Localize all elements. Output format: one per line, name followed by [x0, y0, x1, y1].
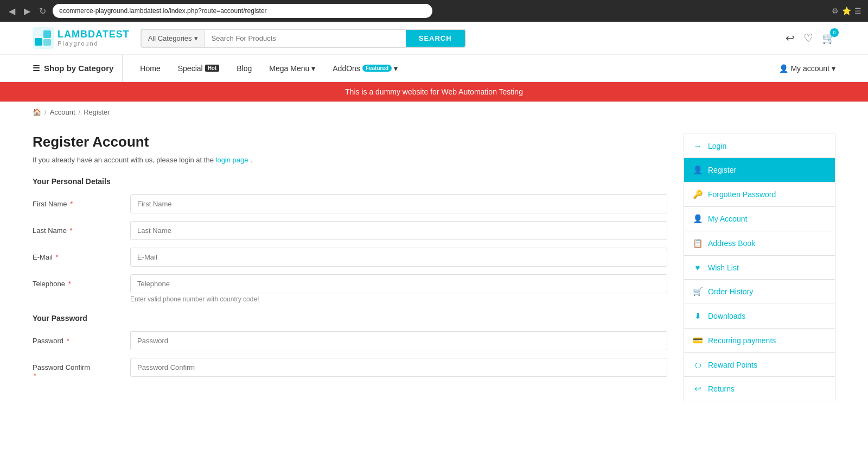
sidebar-order-history-label: Order History [708, 287, 753, 296]
telephone-label: Telephone * [33, 274, 130, 288]
password-label: Password * [33, 331, 130, 345]
telephone-required: * [68, 280, 71, 288]
nav-blog[interactable]: Blog [228, 55, 260, 81]
nav-addons[interactable]: AddOns Featured ▾ [324, 55, 406, 81]
telephone-group: Telephone * Enter valid phone number wit… [33, 274, 667, 303]
breadcrumb-sep-2: / [79, 108, 81, 116]
search-button[interactable]: SEARCH [406, 30, 465, 47]
account-chevron: ▾ [832, 64, 835, 73]
login-icon: → [693, 141, 703, 150]
cart-badge: 0 [830, 28, 839, 37]
breadcrumb-register: Register [84, 108, 110, 116]
email-label: E-Mail * [33, 248, 130, 261]
key-icon: 🔑 [693, 190, 703, 199]
register-form-section: Register Account If you already have an … [33, 134, 667, 387]
password-confirm-input[interactable] [130, 358, 667, 377]
addons-chevron: ▾ [394, 64, 398, 73]
heart-sidebar-icon: ♥ [693, 263, 703, 272]
site-header: LAMBDATEST Playground All Categories ▾ S… [0, 22, 868, 55]
sidebar-register-label: Register [708, 166, 736, 174]
sidebar-item-register[interactable]: 👤 Register [684, 158, 835, 182]
first-name-required: * [70, 200, 73, 208]
logo[interactable]: LAMBDATEST Playground [33, 27, 130, 49]
browser-url-bar[interactable]: ecommerce-playground.lambdatest.io/index… [53, 4, 432, 18]
extension-icon-2: ⭐ [842, 7, 851, 15]
returns-icon: ↩ [693, 384, 703, 394]
nav-my-account[interactable]: 👤 My account ▾ [779, 64, 835, 73]
sidebar-address-book-label: Address Book [708, 239, 755, 248]
logo-icon [33, 27, 54, 49]
nav-mega-menu[interactable]: Mega Menu ▾ [260, 55, 324, 81]
nav-home[interactable]: Home [131, 55, 169, 81]
account-icon: 👤 [779, 64, 788, 73]
sidebar-item-my-account[interactable]: 👤 My Account [684, 207, 835, 231]
extension-icon-3: ☰ [854, 7, 861, 15]
sidebar-forgotten-label: Forgotten Password [708, 190, 776, 199]
breadcrumb: 🏠 / Account / Register [0, 102, 868, 123]
email-input-wrap [130, 248, 667, 267]
email-input[interactable] [130, 248, 667, 267]
search-input[interactable] [205, 30, 406, 47]
svg-rect-2 [43, 30, 51, 38]
page-wrapper: LAMBDATEST Playground All Categories ▾ S… [0, 22, 868, 473]
login-page-link[interactable]: login page [216, 156, 251, 164]
sidebar-item-reward-points[interactable]: ⭮ Reward Points [684, 353, 835, 377]
breadcrumb-home[interactable]: 🏠 [33, 108, 41, 116]
hot-badge: Hot [205, 65, 220, 72]
last-name-input[interactable] [130, 221, 667, 240]
sidebar-returns-label: Returns [708, 384, 735, 393]
hamburger-icon: ☰ [33, 64, 40, 73]
red-banner: This is a dummy website for Web Automati… [0, 82, 868, 102]
sidebar-item-downloads[interactable]: ⬇ Downloads [684, 304, 835, 329]
category-dropdown[interactable]: All Categories ▾ [142, 30, 205, 47]
sidebar-item-recurring-payments[interactable]: 💳 Recurring payments [684, 329, 835, 353]
breadcrumb-account[interactable]: Account [50, 108, 75, 116]
sidebar-item-wish-list[interactable]: ♥ Wish List [684, 256, 835, 280]
heart-icon: ♡ [803, 32, 813, 44]
password-group: Password * [33, 331, 667, 350]
password-confirm-group: Password Confirm * [33, 358, 667, 380]
browser-reload-btn[interactable]: ↻ [37, 4, 48, 18]
extension-icon-1: ⚙ [832, 7, 839, 15]
sidebar-item-returns[interactable]: ↩ Returns [684, 377, 835, 401]
sidebar-item-address-book[interactable]: 📋 Address Book [684, 231, 835, 256]
svg-rect-3 [43, 39, 51, 46]
cart-btn[interactable]: 🛒 0 [822, 31, 835, 45]
sidebar-downloads-label: Downloads [708, 312, 745, 320]
last-name-input-wrap [130, 221, 667, 240]
browser-chrome: ◀ ▶ ↻ ecommerce-playground.lambdatest.io… [0, 0, 868, 22]
sidebar-my-account-label: My Account [708, 215, 747, 223]
shop-by-category[interactable]: ☰ Shop by Category [33, 55, 123, 81]
nav-links: Home Special Hot Blog Mega Menu ▾ AddOns… [131, 55, 406, 81]
page-title: Register Account [33, 134, 667, 150]
sidebar-item-order-history[interactable]: 🛒 Order History [684, 280, 835, 304]
wishlist-btn[interactable]: ♡ [803, 31, 813, 45]
password-confirm-label: Password Confirm * [33, 358, 130, 380]
sidebar-item-forgotten-password[interactable]: 🔑 Forgotten Password [684, 182, 835, 207]
logo-text: LAMBDATEST Playground [58, 29, 130, 47]
back-icon-btn[interactable]: ↩ [786, 31, 795, 45]
sidebar-wish-list-label: Wish List [708, 263, 739, 272]
first-name-input[interactable] [130, 194, 667, 213]
logo-sub-text: Playground [58, 40, 130, 47]
shop-by-category-label: Shop by Category [44, 64, 113, 73]
category-chevron-icon: ▾ [194, 34, 198, 42]
breadcrumb-sep-1: / [44, 108, 47, 116]
browser-forward-btn[interactable]: ▶ [22, 4, 33, 18]
downloads-icon: ⬇ [693, 311, 703, 321]
browser-back-btn[interactable]: ◀ [7, 4, 17, 18]
main-content: Register Account If you already have an … [0, 123, 868, 423]
password-input-wrap [130, 331, 667, 350]
nav-special[interactable]: Special Hot [169, 55, 228, 81]
last-name-required: * [70, 226, 73, 235]
first-name-label: First Name * [33, 194, 130, 208]
sidebar-reward-label: Reward Points [708, 361, 757, 369]
sidebar-item-login[interactable]: → Login [684, 134, 835, 158]
search-bar: All Categories ▾ SEARCH [141, 29, 466, 48]
sidebar-recurring-label: Recurring payments [708, 336, 776, 345]
order-history-icon: 🛒 [693, 287, 703, 297]
url-text: ecommerce-playground.lambdatest.io/index… [59, 7, 267, 15]
reward-icon: ⭮ [693, 360, 703, 369]
password-input[interactable] [130, 331, 667, 350]
telephone-input[interactable] [130, 274, 667, 293]
